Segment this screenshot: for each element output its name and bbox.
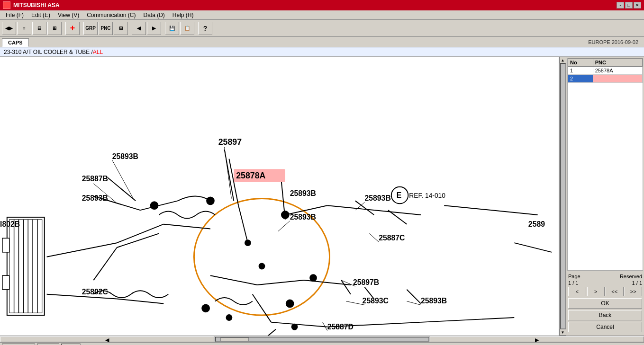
table-row[interactable]: 2 <box>568 75 643 83</box>
svg-text:25887C: 25887C <box>379 234 405 242</box>
toolbar: ◀▶ ≡ ⊟ ⊞ + GRP PNC ⊞ ◀ ▶ 💾 📋 ? <box>0 20 644 37</box>
first-page-button[interactable]: << <box>606 287 624 296</box>
horizontal-scrollbar[interactable]: ◀ ▶ <box>0 336 644 342</box>
svg-text:25893B: 25893B <box>365 194 391 202</box>
last-page-button[interactable]: >> <box>625 287 643 296</box>
list-button[interactable]: ≡ <box>17 22 31 35</box>
row-no: 2 <box>568 75 593 83</box>
col-pnc: PNC <box>593 59 642 67</box>
svg-point-32 <box>151 202 158 209</box>
save-button[interactable]: 💾 <box>165 22 179 35</box>
menu-bar: File (F) Edit (E) View (V) Communication… <box>0 10 644 20</box>
hscroll-track[interactable] <box>215 337 429 342</box>
ok-button[interactable]: OK <box>568 298 642 309</box>
grp-button[interactable]: GRP <box>83 22 98 35</box>
svg-line-49 <box>262 329 276 336</box>
row-pnc: 25878A <box>593 67 642 75</box>
reserved-label: Reserved <box>620 274 642 279</box>
main-content: 25897 25878A 25893B 25887B 25893B l802B … <box>0 57 644 336</box>
scroll-down-button[interactable]: ▼ <box>560 329 566 336</box>
scroll-track[interactable] <box>560 63 566 329</box>
tab-bar: CAPS EUROPE 2016-09-02 <box>0 37 644 47</box>
menu-communication[interactable]: Communication (C) <box>83 11 139 19</box>
scroll-right-button[interactable]: ▶ <box>430 336 644 342</box>
hscroll-thumb[interactable] <box>220 337 249 341</box>
back-button[interactable]: Back <box>568 310 642 320</box>
copy-button[interactable]: 📋 <box>180 22 194 35</box>
svg-point-35 <box>259 264 265 269</box>
next-button[interactable]: ▶ <box>147 22 161 35</box>
svg-text:25887B: 25887B <box>82 175 108 183</box>
app-icon <box>3 1 10 9</box>
svg-text:25897: 25897 <box>218 137 242 147</box>
menu-file[interactable]: File (F) <box>2 11 27 19</box>
row-pnc <box>593 75 642 83</box>
scroll-up-button[interactable]: ▲ <box>560 57 566 63</box>
next-page-button[interactable]: > <box>587 287 605 296</box>
minimize-button[interactable]: - <box>617 2 624 9</box>
tab-caps[interactable]: CAPS <box>2 38 29 47</box>
svg-point-38 <box>286 300 294 308</box>
breadcrumb: 23-310 A/T OIL COOLER & TUBE / ALL <box>0 47 644 57</box>
close-button[interactable]: ✕ <box>634 2 641 9</box>
split-button[interactable]: ⊞ <box>114 22 128 35</box>
status-coords: H: 179 <box>37 344 59 345</box>
menu-data[interactable]: Data (D) <box>140 11 169 19</box>
col-no: No <box>568 59 593 67</box>
cancel-button[interactable]: Cancel <box>568 322 642 332</box>
page-label: Page <box>568 274 581 279</box>
title-bar: MITSUBISHI ASA - □ ✕ <box>0 0 644 10</box>
svg-point-34 <box>245 240 251 246</box>
page-value: 1 / 1 <box>568 280 578 286</box>
app-title: MITSUBISHI ASA <box>13 2 60 9</box>
svg-rect-11 <box>2 275 9 290</box>
svg-text:E: E <box>397 191 402 199</box>
svg-text:l802B: l802B <box>0 220 20 228</box>
menu-view[interactable]: View (V) <box>54 11 83 19</box>
svg-text:25802C: 25802C <box>82 288 108 296</box>
svg-text:25887D: 25887D <box>327 323 354 331</box>
svg-text:25893B: 25893B <box>112 152 138 160</box>
svg-point-40 <box>227 315 232 320</box>
breadcrumb-path: 23-310 A/T OIL COOLER & TUBE / <box>4 49 93 55</box>
add-button[interactable]: + <box>65 22 80 35</box>
svg-point-37 <box>310 274 317 281</box>
svg-text:25893C: 25893C <box>363 297 389 305</box>
svg-point-33 <box>207 197 214 204</box>
svg-text:25893B: 25893B <box>421 297 447 305</box>
svg-rect-10 <box>2 238 9 252</box>
parts-list: No PNC 1 25878A 2 <box>568 58 643 83</box>
maximize-button[interactable]: □ <box>625 2 633 9</box>
tab-region-date: EUROPE 2016-09-02 <box>584 38 642 46</box>
table-row[interactable]: 1 25878A <box>568 67 643 75</box>
svg-text:25878A: 25878A <box>236 171 265 180</box>
svg-point-39 <box>202 304 209 312</box>
status-zoom: 1.000 <box>61 344 81 345</box>
breadcrumb-highlight: ALL <box>93 49 103 55</box>
help-button[interactable]: ? <box>198 22 212 35</box>
svg-point-41 <box>292 324 298 330</box>
panel-bottom: Page Reserved 1 / 1 1 / 1 < > << >> OK B… <box>566 272 644 336</box>
diagram-svg: 25897 25878A 25893B 25887B 25893B l802B … <box>0 57 559 336</box>
grid2-button[interactable]: ⊞ <box>47 22 62 35</box>
svg-text:25897B: 25897B <box>353 278 379 286</box>
scroll-left-button[interactable]: ◀ <box>0 336 214 342</box>
prev-page-button[interactable]: < <box>568 287 586 296</box>
row-no: 1 <box>568 67 593 75</box>
svg-text:REF. 14-010: REF. 14-010 <box>409 192 445 199</box>
right-panel: No PNC 1 25878A 2 P <box>566 57 644 336</box>
vertical-scrollbar[interactable]: ▲ ▼ <box>559 57 566 336</box>
prev-button[interactable]: ◀ <box>132 22 146 35</box>
menu-help[interactable]: Help (H) <box>169 11 198 19</box>
pnc-button[interactable]: PNC <box>99 22 113 35</box>
diagram-area[interactable]: 25897 25878A 25893B 25887B 25893B l802B … <box>0 57 559 336</box>
svg-text:25893B: 25893B <box>290 213 316 221</box>
svg-text:25893B: 25893B <box>290 190 316 198</box>
menu-edit[interactable]: Edit (E) <box>27 11 54 19</box>
status-date: 2017-09-02 <box>2 344 35 345</box>
parts-table: No PNC 1 25878A 2 <box>567 58 643 271</box>
print-button[interactable]: ⊟ <box>32 22 46 35</box>
svg-text:25893B: 25893B <box>82 194 108 202</box>
reserved-value: 1 / 1 <box>632 280 642 286</box>
nav-button[interactable]: ◀▶ <box>2 22 16 35</box>
